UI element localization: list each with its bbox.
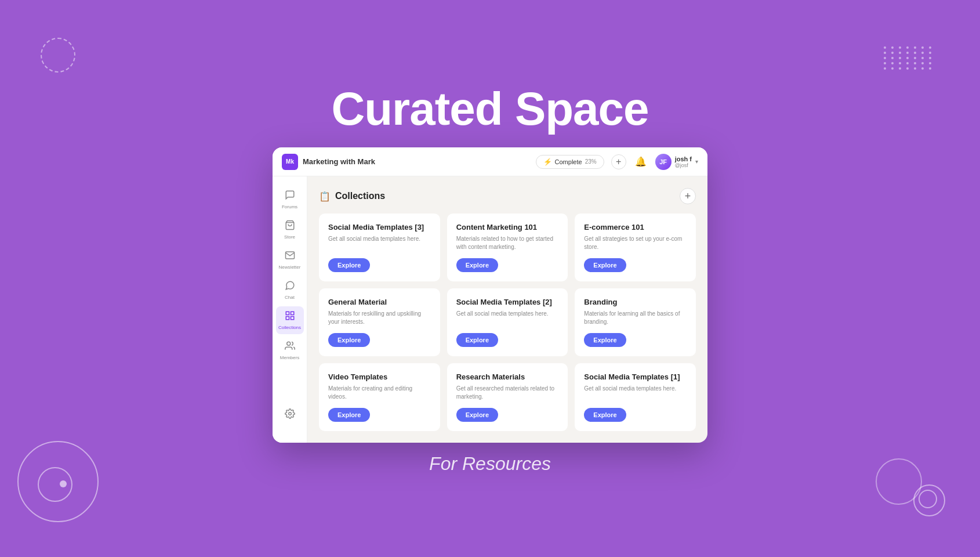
deco-circle-bottom-left-inner [38, 467, 72, 502]
complete-percent: 23% [585, 158, 597, 165]
svg-rect-3 [291, 317, 293, 320]
card-title: Social Media Templates [2] [456, 298, 559, 306]
svg-rect-2 [291, 312, 293, 314]
collections-icon [285, 310, 295, 323]
explore-button-branding[interactable]: Explore [584, 333, 626, 347]
sidebar-label-forums: Forums [282, 204, 297, 209]
sidebar-item-forums[interactable]: Forums [276, 186, 304, 214]
top-bar-actions: ⚡ Complete 23% + 🔔 JF josh f @josf ▾ [536, 154, 698, 170]
explore-button-social-media-1[interactable]: Explore [584, 408, 626, 422]
sidebar-label-members: Members [280, 355, 299, 360]
sidebar-item-store[interactable]: Store [276, 216, 304, 244]
content-area: 📋 Collections + Social Media Templates [… [307, 176, 707, 443]
collections-grid: Social Media Templates [3] Get all socia… [319, 214, 696, 431]
collection-card-research-materials: Research Materials Get all researched ma… [447, 363, 568, 431]
card-title: E-commerce 101 [584, 223, 687, 232]
card-title: Video Templates [328, 372, 431, 381]
collections-title-icon: 📋 [319, 191, 331, 202]
explore-button-social-media-3[interactable]: Explore [328, 258, 370, 272]
svg-rect-4 [286, 317, 289, 320]
deco-circle-bottom-left-dot [60, 480, 67, 487]
sidebar: Forums Store Newsletter Chat [273, 176, 307, 443]
footer-text: For Resources [429, 453, 551, 475]
collection-card-branding: Branding Materials for learning all the … [575, 288, 696, 356]
app-window: Mk Marketing with Mark ⚡ Complete 23% + … [273, 147, 707, 443]
brand-name: Marketing with Mark [303, 157, 375, 166]
card-desc: Get all social media templates here. [328, 235, 431, 251]
brand-area: Mk Marketing with Mark [282, 154, 375, 170]
user-handle: @josf [675, 162, 692, 168]
deco-dots-top-right [884, 46, 934, 70]
card-desc: Materials for reskilling and upskilling … [328, 310, 431, 326]
collection-card-ecommerce: E-commerce 101 Get all strategies to set… [575, 214, 696, 281]
forums-icon [285, 190, 295, 202]
brand-logo: Mk [282, 154, 298, 170]
sidebar-label-collections: Collections [278, 325, 301, 330]
collection-card-general-material: General Material Materials for reskillin… [319, 288, 440, 356]
card-title: Social Media Templates [3] [328, 223, 431, 232]
notification-button[interactable]: 🔔 [633, 154, 648, 169]
explore-button-social-media-2[interactable]: Explore [456, 333, 498, 347]
sidebar-item-collections[interactable]: Collections [276, 306, 304, 334]
members-icon [285, 341, 295, 353]
sidebar-item-members[interactable]: Members [276, 337, 304, 364]
user-area[interactable]: JF josh f @josf ▾ [655, 154, 698, 170]
store-icon [285, 220, 295, 233]
collections-header: 📋 Collections + [319, 188, 696, 204]
card-desc: Get all social media templates here. [584, 385, 687, 401]
chevron-down-icon: ▾ [695, 158, 698, 165]
svg-point-6 [288, 413, 291, 415]
collection-card-social-media-1: Social Media Templates [1] Get all socia… [575, 363, 696, 431]
card-title: Research Materials [456, 372, 559, 381]
bolt-icon: ⚡ [543, 158, 552, 166]
add-collection-button[interactable]: + [680, 188, 696, 204]
complete-badge[interactable]: ⚡ Complete 23% [536, 155, 604, 169]
explore-button-video-templates[interactable]: Explore [328, 408, 370, 422]
card-title: Branding [584, 298, 687, 306]
complete-label: Complete [555, 158, 582, 165]
card-desc: Get all social media templates here. [456, 310, 559, 326]
card-desc: Materials for creating and editing video… [328, 385, 431, 401]
collections-title-text: Collections [335, 191, 385, 201]
sidebar-label-newsletter: Newsletter [279, 265, 301, 270]
settings-icon [285, 408, 295, 421]
card-title: Content Marketing 101 [456, 223, 559, 232]
sidebar-item-chat[interactable]: Chat [276, 276, 304, 304]
collection-card-social-media-3: Social Media Templates [3] Get all socia… [319, 214, 440, 281]
collection-card-content-marketing: Content Marketing 101 Materials related … [447, 214, 568, 281]
sidebar-item-settings[interactable] [276, 401, 304, 429]
explore-button-general-material[interactable]: Explore [328, 333, 370, 347]
add-button[interactable]: + [611, 154, 626, 169]
main-layout: Forums Store Newsletter Chat [273, 176, 707, 443]
avatar: JF [655, 154, 672, 170]
sidebar-label-chat: Chat [285, 295, 295, 300]
sidebar-item-newsletter[interactable]: Newsletter [276, 246, 304, 274]
card-title: General Material [328, 298, 431, 306]
user-info: josh f @josf [675, 155, 692, 168]
deco-circle-top-left [41, 38, 75, 73]
card-title: Social Media Templates [1] [584, 372, 687, 381]
svg-rect-1 [286, 312, 289, 314]
explore-button-content-marketing[interactable]: Explore [456, 258, 498, 272]
explore-button-research-materials[interactable]: Explore [456, 408, 498, 422]
svg-point-5 [286, 342, 290, 345]
card-desc: Get all strategies to set up your e-com … [584, 235, 687, 251]
sidebar-label-store: Store [284, 234, 295, 240]
collection-card-social-media-2: Social Media Templates [2] Get all socia… [447, 288, 568, 356]
top-bar: Mk Marketing with Mark ⚡ Complete 23% + … [273, 147, 707, 176]
collection-card-video-templates: Video Templates Materials for creating a… [319, 363, 440, 431]
card-desc: Materials for learning all the basics of… [584, 310, 687, 326]
explore-button-ecommerce[interactable]: Explore [584, 258, 626, 272]
page-title: Curated Space [331, 82, 648, 136]
card-desc: Materials related to how to get started … [456, 235, 559, 251]
chat-icon [285, 280, 295, 293]
collections-title: 📋 Collections [319, 191, 385, 202]
card-desc: Get all researched materials related to … [456, 385, 559, 401]
user-name: josh f [675, 155, 692, 162]
newsletter-icon [285, 250, 295, 263]
